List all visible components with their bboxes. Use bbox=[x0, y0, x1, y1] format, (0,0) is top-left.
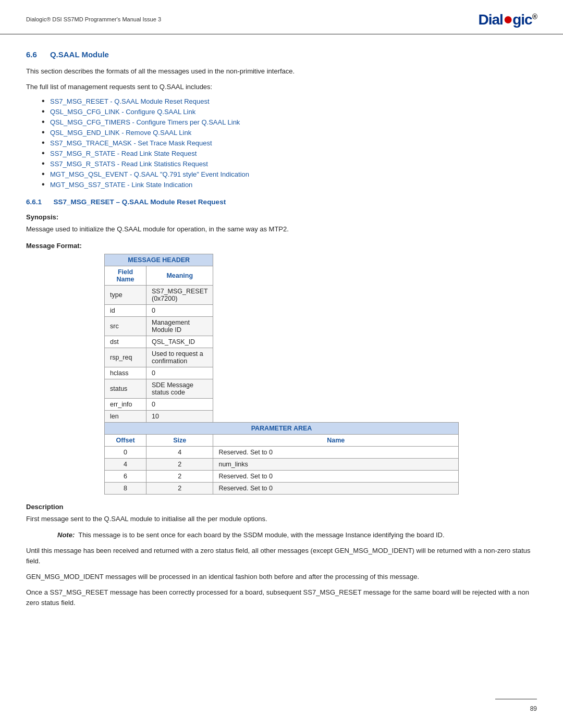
section-6-6-title: Q.SAAL Module bbox=[50, 50, 109, 59]
list-item: SS7_MSG_TRACE_MASK - Set Trace Mask Requ… bbox=[42, 139, 537, 147]
bullet-link-3[interactable]: QSL_MSG_END_LINK - Remove Q.SAAL Link bbox=[50, 129, 191, 137]
para1: Until this message has been received and… bbox=[26, 546, 537, 566]
page: Dialogic® DSI SS7MD Programmer's Manual … bbox=[0, 0, 563, 728]
note-label: Note: bbox=[57, 531, 75, 539]
message-format-label: Message Format: bbox=[26, 242, 537, 250]
bullet-link-7[interactable]: MGT_MSG_QSL_EVENT - Q.SAAL "Q.791 style"… bbox=[50, 170, 249, 178]
section-6-6-1-heading: 6.6.1 SS7_MSG_RESET – Q.SAAL Module Rese… bbox=[26, 198, 537, 206]
list-item: QSL_MSG_CFG_LINK - Configure Q.SAAL Link bbox=[42, 108, 537, 116]
synopsis-text: Message used to initialize the Q.SAAL mo… bbox=[26, 224, 537, 235]
footer-line bbox=[495, 699, 537, 699]
intro-paragraph-2: The full list of management requests sen… bbox=[26, 82, 537, 92]
bullet-link-6[interactable]: SS7_MSG_R_STATS - Read Link Statistics R… bbox=[50, 160, 208, 168]
page-content: 6.6 Q.SAAL Module This section describes… bbox=[0, 34, 563, 639]
page-footer: 89 bbox=[530, 705, 537, 712]
bullet-list: SS7_MSG_RESET - Q.SAAL Module Reset Requ… bbox=[42, 97, 537, 189]
section-6-6-number: 6.6 bbox=[26, 50, 37, 59]
dialogic-logo: Dial●gic® bbox=[479, 9, 537, 29]
para2: GEN_MSG_MOD_IDENT messages will be proce… bbox=[26, 572, 537, 582]
section-6-6-1-title: SS7_MSG_RESET – Q.SAAL Module Reset Requ… bbox=[54, 198, 226, 206]
list-item: SS7_MSG_R_STATE - Read Link State Reques… bbox=[42, 150, 537, 157]
bullet-link-4[interactable]: SS7_MSG_TRACE_MASK - Set Trace Mask Requ… bbox=[50, 139, 212, 147]
description-text: First message sent to the Q.SAAL module … bbox=[26, 514, 537, 524]
note-paragraph: Note: This message is to be sent once fo… bbox=[57, 530, 537, 540]
para3: Once a SS7_MSG_RESET message has been co… bbox=[26, 587, 537, 608]
intro-paragraph-1: This section describes the formats of al… bbox=[26, 66, 537, 77]
list-item: MGT_MSG_QSL_EVENT - Q.SAAL "Q.791 style"… bbox=[42, 170, 537, 178]
page-header: Dialogic® DSI SS7MD Programmer's Manual … bbox=[0, 0, 563, 34]
bullet-link-1[interactable]: QSL_MSG_CFG_LINK - Configure Q.SAAL Link bbox=[50, 108, 195, 116]
synopsis-label: Synopsis: bbox=[26, 213, 537, 221]
section-6-6-1-number: 6.6.1 bbox=[26, 198, 42, 206]
note-text: This message is to be sent once for each… bbox=[78, 531, 444, 539]
list-item: SS7_MSG_RESET - Q.SAAL Module Reset Requ… bbox=[42, 97, 537, 105]
list-item: MGT_MSG_SS7_STATE - Link State Indicatio… bbox=[42, 181, 537, 189]
list-item: QSL_MSG_END_LINK - Remove Q.SAAL Link bbox=[42, 129, 537, 137]
description-label: Description bbox=[26, 503, 537, 511]
section-6-6-heading: 6.6 Q.SAAL Module bbox=[26, 50, 537, 59]
header-title: Dialogic® DSI SS7MD Programmer's Manual … bbox=[26, 16, 161, 22]
list-item: QSL_MSG_CFG_TIMERS - Configure Timers pe… bbox=[42, 118, 537, 126]
combined-message-table: MESSAGE HEADERField NameMeaningtypeSS7_M… bbox=[104, 254, 459, 495]
page-number: 89 bbox=[530, 705, 537, 712]
bullet-link-2[interactable]: QSL_MSG_CFG_TIMERS - Configure Timers pe… bbox=[50, 118, 240, 126]
list-item: SS7_MSG_R_STATS - Read Link Statistics R… bbox=[42, 160, 537, 168]
bullet-link-0[interactable]: SS7_MSG_RESET - Q.SAAL Module Reset Requ… bbox=[50, 97, 210, 105]
bullet-link-8[interactable]: MGT_MSG_SS7_STATE - Link State Indicatio… bbox=[50, 181, 192, 189]
bullet-link-5[interactable]: SS7_MSG_R_STATE - Read Link State Reques… bbox=[50, 150, 197, 157]
